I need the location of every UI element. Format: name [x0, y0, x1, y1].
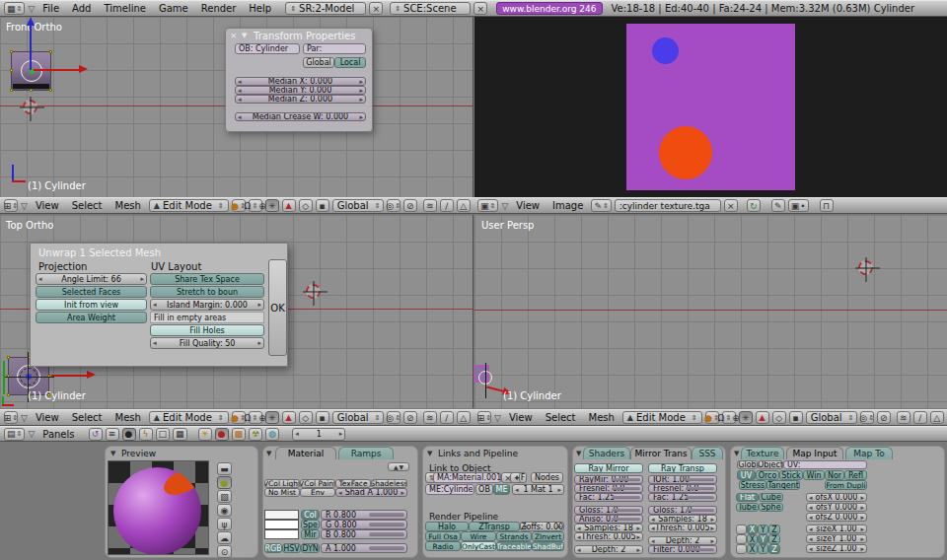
shading-context-button[interactable]: ● [122, 428, 136, 441]
texture-subcontext-button[interactable]: ▩ [232, 428, 247, 441]
menu-mesh[interactable]: Mesh [584, 412, 619, 423]
stress-button[interactable]: Stress [739, 480, 766, 490]
median-x-slider[interactable]: Median X: 0.000 [235, 77, 366, 86]
screen-delete-button[interactable]: × [369, 2, 383, 15]
scene-selector[interactable]: ⇕SCE:Scene [390, 2, 471, 15]
manipulator-button[interactable]: Ω⇕⊕ [249, 199, 262, 212]
menu-help[interactable]: Help [244, 3, 276, 14]
map-row3-none[interactable] [736, 544, 747, 554]
from-dupli-button[interactable]: From Dupli [825, 480, 867, 490]
sphe-button[interactable]: Sphe [759, 503, 783, 512]
image-name-field[interactable]: :cylinder texture.tga [615, 199, 721, 212]
col-button[interactable]: Col [301, 510, 320, 520]
tangent-button[interactable]: Tangent [766, 480, 800, 490]
ray-mirror-button[interactable]: Ray Mirror [574, 463, 643, 473]
env-button[interactable]: Env [300, 488, 335, 497]
raymir-slider[interactable]: RayMir: 0.00 [574, 475, 643, 484]
proportional-edit-button[interactable]: ◎⇕ [860, 411, 874, 424]
collapse-menus-icon[interactable]: ▽ [28, 429, 35, 439]
ob-name-field[interactable]: OB: Cylinder [235, 43, 300, 54]
glob-button[interactable]: Glob [737, 460, 758, 469]
manipulator-z-arrow[interactable] [30, 25, 32, 70]
menu-view[interactable]: View [31, 200, 64, 211]
snap-button[interactable]: ≋ [423, 411, 437, 424]
preview-hair-button[interactable]: ψ [217, 518, 232, 530]
vertex-select-button[interactable]: ▲ [756, 411, 769, 424]
rgb-button[interactable]: RGB [264, 543, 282, 553]
orientation-selector[interactable]: Global⇕ [332, 199, 384, 212]
panel-collapse-icon[interactable]: ▼ [110, 450, 115, 457]
vcol-paint-button[interactable]: VCol Paint [300, 479, 335, 488]
blender-org-button[interactable]: www.blender.org 246 [496, 2, 602, 15]
spe-button[interactable]: Spe [301, 520, 320, 529]
menu-select[interactable]: Select [67, 200, 108, 211]
menu-mesh[interactable]: Mesh [110, 200, 146, 211]
vertex-select-button[interactable]: ▲ [282, 411, 296, 424]
fresnel-transp-slider[interactable]: Fresnel: 0.0 [648, 484, 717, 493]
mesh-name-field[interactable]: ME:Cylinder [425, 484, 474, 495]
material-subcontext-button[interactable]: ● [215, 428, 229, 441]
collapse-menus-icon[interactable]: ▽ [494, 413, 501, 423]
color-swatch-spe[interactable] [264, 520, 299, 529]
g-slider[interactable]: G 0.800 [321, 520, 407, 529]
cursor-3d[interactable] [23, 100, 37, 114]
reload-image-button[interactable]: ↻ [747, 199, 761, 212]
clip-view-button[interactable]: ⊘ [403, 411, 417, 424]
tab-sss[interactable]: SSS [692, 447, 723, 459]
map-row3-x[interactable]: X [747, 544, 758, 554]
stick-button[interactable]: Stick [779, 470, 803, 480]
median-z-slider[interactable]: Median Z: 0.000 [235, 95, 366, 104]
global-toggle[interactable]: Global [303, 57, 334, 68]
color-swatch-col[interactable] [264, 510, 299, 520]
island-margin-slider[interactable]: Island Margin: 0.000 [150, 299, 264, 311]
unlink-image-button[interactable]: × [724, 199, 738, 212]
orientation-selector[interactable]: Global⇕ [806, 411, 857, 424]
panel-collapse-icon[interactable]: ▼ [266, 450, 271, 457]
proportional-edit-button[interactable]: ◎⇕ [387, 411, 401, 424]
map-row3-z[interactable]: Z [768, 544, 780, 554]
edge-slide-button[interactable]: ∕ [913, 411, 927, 424]
ray-transp-button[interactable]: Ray Transp [648, 463, 717, 473]
editing-context-button[interactable]: □ [156, 428, 171, 441]
collapse-menus-icon[interactable]: ▽ [501, 201, 508, 211]
editor-type-button[interactable]: ⊞⇕ [477, 411, 491, 424]
world-subcontext-button[interactable]: ◍ [265, 428, 279, 441]
uv-name-field[interactable]: UV: [783, 460, 867, 469]
ofsz-slider[interactable]: ofsZ 0.000 [806, 513, 867, 522]
sizex-slider[interactable]: sizeX 1.00 [806, 525, 867, 533]
thresh-transp-field[interactable]: Thresh: 0.005 [648, 524, 717, 532]
edge-select-button[interactable]: ◇ [772, 411, 786, 424]
mode-selector[interactable]: ▲Edit Mode⇕ [149, 411, 229, 424]
manipulator-y-arrow[interactable] [3, 361, 5, 394]
face-select-button[interactable]: ▪ [316, 411, 329, 424]
fac-mirror-slider[interactable]: Fac: 1.25 [574, 493, 643, 502]
logic-context-button[interactable]: ↺ [89, 428, 103, 441]
occlude-selection-button[interactable]: ✳ [265, 199, 279, 212]
fake-user-button[interactable]: F [519, 472, 527, 483]
preview-sphere-button[interactable]: ● [217, 476, 232, 489]
samples-transp-field[interactable]: Samples: 18 [648, 515, 717, 524]
wire-button[interactable]: Wire [461, 531, 496, 541]
map-row1-y[interactable]: Y [758, 525, 768, 534]
filter-slider[interactable]: Filter: 0.000 [648, 545, 717, 554]
edge-select-button[interactable]: ◇ [299, 411, 313, 424]
collapse-menus-icon[interactable]: ▽ [28, 4, 35, 14]
shadeless-button[interactable]: Shadeless [371, 479, 407, 488]
panel-collapse-icon[interactable]: ▼ [242, 32, 247, 39]
manipulator-button[interactable]: Ω⇕⊕ [249, 411, 262, 424]
collapse-menus-icon[interactable]: ▽ [21, 201, 28, 211]
area-weight-button[interactable]: Area Weight [36, 312, 147, 323]
preview-options-button[interactable]: ⊙ [217, 545, 232, 558]
close-icon[interactable]: × [230, 31, 238, 40]
manipulator-button[interactable]: Ω⇕⊕ [722, 411, 736, 424]
unwrap-dialog[interactable]: Unwrap 1 Selected Mesh Projection UV Lay… [30, 243, 288, 367]
mode-selector[interactable]: ▲Edit Mode⇕ [622, 411, 702, 424]
menu-view[interactable]: View [31, 412, 64, 423]
fill-quality-slider[interactable]: Fill Quality: 50 [150, 337, 264, 349]
ob-button[interactable]: OB [475, 484, 493, 495]
edge-select-button[interactable]: ◇ [299, 199, 313, 212]
fac-transp-slider[interactable]: Fac: 1.25 [648, 493, 717, 502]
panel-collapse-icon[interactable]: ▼ [427, 450, 432, 457]
onlycast-button[interactable]: OnlyCast [461, 541, 496, 551]
map-row3-y[interactable]: Y [758, 544, 768, 554]
